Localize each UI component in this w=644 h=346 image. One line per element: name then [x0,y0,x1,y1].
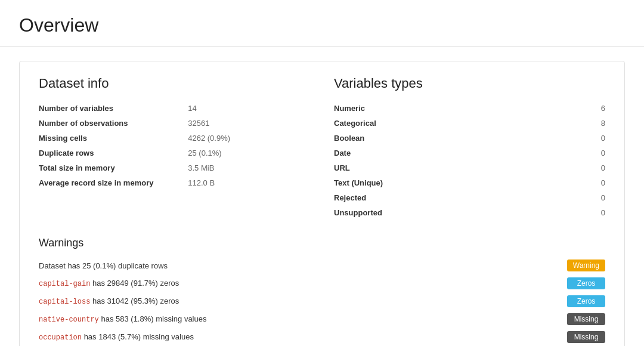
var-type-label: Unsupported [334,205,583,220]
table-row: Average record size in memory 112.0 B [39,175,310,190]
table-row: Categorical 8 [334,116,605,131]
table-row: Number of variables 14 [39,101,310,116]
var-type-value: 6 [583,101,605,116]
table-row: Duplicate rows 25 (0.1%) [39,146,310,160]
variables-types-title: Variables types [334,76,605,91]
var-type-value: 0 [583,175,605,190]
overview-card: Dataset info Number of variables 14 Numb… [19,61,625,346]
info-label: Number of observations [39,116,188,131]
info-value: 4262 (0.9%) [188,131,310,146]
dataset-info-table: Number of variables 14 Number of observa… [39,101,310,190]
table-row: Unsupported 0 [334,205,605,220]
var-type-value: 0 [583,160,605,175]
var-type-value: 0 [583,205,605,220]
warning-text: Dataset has 25 (0.1%) duplicate rows [39,261,567,270]
info-value: 25 (0.1%) [188,146,310,160]
warning-badge: Zeros [567,295,605,307]
warnings-title: Warnings [39,237,605,249]
warning-row: occupation has 1843 (5.7%) missing value… [39,328,605,346]
info-label: Missing cells [39,131,188,146]
warning-row: native-country has 583 (1.8%) missing va… [39,310,605,328]
variables-types-table: Numeric 6 Categorical 8 Boolean 0 Date 0… [334,101,605,220]
warning-text: capital-loss has 31042 (95.3%) zeros [39,296,567,306]
warning-row: capital-loss has 31042 (95.3%) zeros Zer… [39,292,605,310]
warning-row: capital-gain has 29849 (91.7%) zeros Zer… [39,274,605,292]
warning-badge: Warning [567,260,605,271]
var-type-value: 0 [583,190,605,205]
table-row: Total size in memory 3.5 MiB [39,160,310,175]
warning-text: capital-gain has 29849 (91.7%) zeros [39,279,567,288]
table-row: Missing cells 4262 (0.9%) [39,131,310,146]
warning-code: capital-gain [39,280,90,288]
table-row: Number of observations 32561 [39,116,310,131]
variables-types-section: Variables types Numeric 6 Categorical 8 … [334,76,605,220]
warnings-section: Warnings Dataset has 25 (0.1%) duplicate… [39,237,605,346]
var-type-label: Text (Unique) [334,175,583,190]
var-type-value: 0 [583,131,605,146]
table-row: Date 0 [334,146,605,160]
info-value: 112.0 B [188,175,310,190]
table-row: Rejected 0 [334,190,605,205]
dataset-info-title: Dataset info [39,76,310,91]
info-label: Number of variables [39,101,188,116]
info-value: 14 [188,101,310,116]
dataset-info-section: Dataset info Number of variables 14 Numb… [39,76,310,220]
var-type-label: URL [334,160,583,175]
info-label: Duplicate rows [39,146,188,160]
var-type-label: Boolean [334,131,583,146]
warning-text: occupation has 1843 (5.7%) missing value… [39,332,567,342]
page-header: Overview [0,0,644,47]
warning-badge: Missing [567,313,605,325]
warning-code: capital-loss [39,298,90,306]
info-label: Total size in memory [39,160,188,175]
table-row: Numeric 6 [334,101,605,116]
info-label: Average record size in memory [39,175,188,190]
warnings-list: Dataset has 25 (0.1%) duplicate rows War… [39,257,605,346]
var-type-label: Date [334,146,583,160]
table-row: URL 0 [334,160,605,175]
var-type-value: 0 [583,146,605,160]
two-col-layout: Dataset info Number of variables 14 Numb… [39,76,605,220]
warning-row: Dataset has 25 (0.1%) duplicate rows War… [39,257,605,274]
page-title: Overview [19,14,625,36]
warning-code: native-country [39,316,99,324]
var-type-label: Numeric [334,101,583,116]
var-type-value: 8 [583,116,605,131]
main-content: Dataset info Number of variables 14 Numb… [0,47,644,346]
var-type-label: Rejected [334,190,583,205]
warning-badge: Missing [567,331,605,343]
warning-code: occupation [39,333,82,342]
table-row: Boolean 0 [334,131,605,146]
info-value: 32561 [188,116,310,131]
warning-text: native-country has 583 (1.8%) missing va… [39,314,567,324]
warning-badge: Zeros [567,277,605,289]
table-row: Text (Unique) 0 [334,175,605,190]
var-type-label: Categorical [334,116,583,131]
info-value: 3.5 MiB [188,160,310,175]
